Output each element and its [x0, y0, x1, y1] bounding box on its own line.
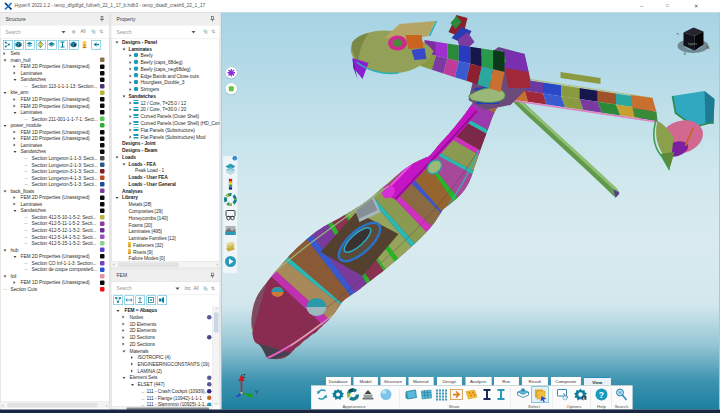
svg-text:N: N: [707, 45, 710, 50]
svg-text:ALL: ALL: [583, 397, 588, 401]
svg-text:hyperx: hyperx: [688, 42, 698, 46]
svg-text:Z: Z: [243, 373, 246, 379]
svg-text:?: ?: [599, 390, 604, 400]
svg-text:↖: ↖: [677, 32, 680, 36]
svg-text:Y: Y: [255, 389, 259, 395]
